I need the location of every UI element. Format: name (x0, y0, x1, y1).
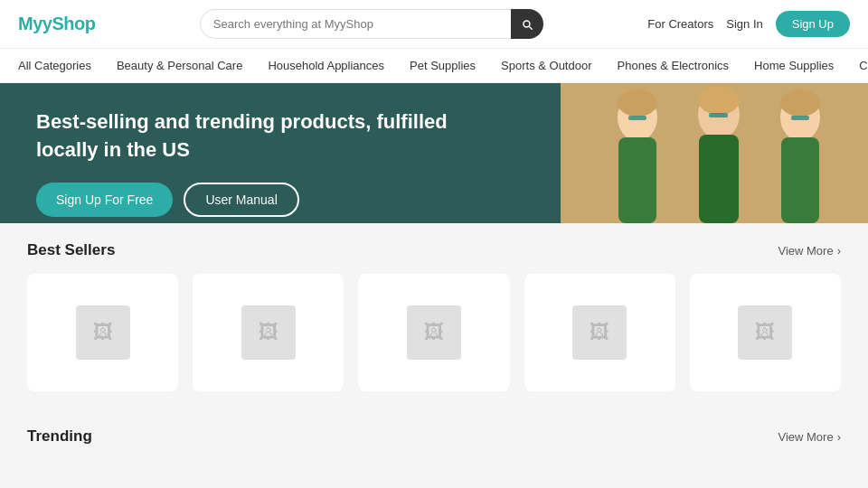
product-card[interactable]: 🖼 (27, 274, 178, 391)
header-actions: For Creators Sign In Sign Up (647, 11, 850, 37)
hero-image-bg (561, 83, 868, 223)
svg-rect-2 (618, 137, 656, 223)
image-placeholder-icon: 🖼 (424, 321, 444, 344)
best-sellers-header: Best Sellers View More › (27, 241, 841, 259)
search-input[interactable] (200, 9, 543, 39)
nav-item-home[interactable]: Home Supplies (741, 49, 846, 82)
trending-view-more[interactable]: View More › (778, 430, 841, 444)
nav-item-beauty[interactable]: Beauty & Personal Care (104, 49, 255, 82)
nav-item-sports[interactable]: Sports & Outdoor (488, 49, 604, 82)
svg-point-9 (780, 89, 820, 117)
product-image-placeholder: 🖼 (572, 305, 627, 360)
chevron-right-icon: › (837, 244, 841, 258)
nav-item-phones[interactable]: Phones & Electronics (605, 49, 742, 82)
svg-rect-10 (628, 116, 646, 120)
hero-manual-button[interactable]: User Manual (184, 183, 298, 217)
logo: MyyShop (18, 14, 95, 34)
trending-header: Trending View More › (27, 427, 841, 446)
best-sellers-title: Best Sellers (27, 241, 115, 259)
hero-text-area: Best-selling and trending products, fulf… (0, 83, 542, 223)
hero-title: Best-selling and trending products, fulf… (36, 108, 506, 164)
main-content: Best Sellers View More › 🖼 🖼 🖼 (0, 223, 868, 469)
search-icon (521, 18, 533, 31)
image-placeholder-icon: 🖼 (93, 321, 113, 344)
hero-illustration (561, 83, 868, 223)
hero-banner: Best-selling and trending products, fulf… (0, 83, 868, 223)
nav-item-all-categories[interactable]: All Categories (18, 49, 104, 82)
nav-item-household[interactable]: Household Appliances (255, 49, 397, 82)
search-bar (200, 9, 543, 39)
nav-item-pet[interactable]: Pet Supplies (397, 49, 488, 82)
svg-point-7 (618, 89, 657, 117)
trending-section: Trending View More › (0, 409, 868, 469)
product-image-placeholder: 🖼 (241, 305, 296, 360)
svg-rect-12 (791, 116, 809, 120)
hero-buttons: Sign Up For Free User Manual (36, 183, 506, 217)
product-image-placeholder: 🖼 (407, 305, 461, 360)
product-image-placeholder: 🖼 (76, 305, 130, 360)
image-placeholder-icon: 🖼 (755, 321, 775, 344)
best-sellers-view-more[interactable]: View More › (778, 244, 841, 258)
main-nav: All Categories Beauty & Personal Care Ho… (0, 49, 868, 83)
sign-in-button[interactable]: Sign In (726, 17, 762, 31)
image-placeholder-icon: 🖼 (590, 321, 609, 344)
svg-rect-4 (699, 135, 739, 223)
product-card[interactable]: 🖼 (193, 274, 344, 391)
trending-chevron-icon: › (837, 430, 841, 444)
image-placeholder-icon: 🖼 (259, 321, 278, 344)
product-image-placeholder: 🖼 (738, 305, 792, 360)
product-card[interactable]: 🖼 (358, 274, 509, 391)
product-card[interactable]: 🖼 (524, 274, 675, 391)
hero-image (561, 83, 868, 223)
sign-up-button[interactable]: Sign Up (776, 11, 850, 37)
for-creators-link[interactable]: For Creators (647, 17, 713, 31)
best-sellers-products: 🖼 🖼 🖼 🖼 🖼 (27, 274, 841, 391)
product-card[interactable]: 🖼 (690, 274, 841, 391)
header: MyyShop For Creators Sign In Sign Up (0, 0, 868, 49)
trending-title: Trending (27, 427, 92, 446)
search-button[interactable] (511, 9, 543, 39)
trending-view-more-label: View More (778, 430, 833, 444)
nav-item-computers[interactable]: Computers & Office (846, 49, 868, 82)
hero-signup-button[interactable]: Sign Up For Free (36, 183, 173, 217)
svg-rect-6 (781, 137, 819, 223)
svg-point-8 (698, 86, 740, 115)
svg-rect-11 (709, 113, 728, 117)
best-sellers-section: Best Sellers View More › 🖼 🖼 🖼 (0, 223, 868, 409)
view-more-label: View More (778, 244, 833, 258)
